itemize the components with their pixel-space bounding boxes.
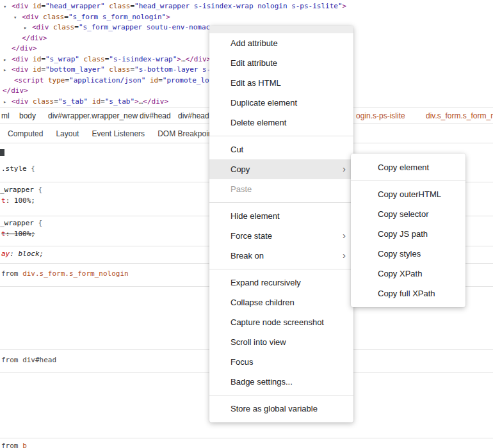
tab-event-listeners[interactable]: Event Listeners [85,124,151,143]
token-tag: </div> [12,44,37,52]
token-prop: t [1,230,6,238]
breadcrumb-item-div-head[interactable]: div#head [178,111,209,120]
style-row[interactable]: _wrapper { [0,219,42,228]
token-brace: { [34,219,42,227]
token-sel: .style [1,164,27,173]
token-attr: class [39,13,65,21]
menu-item-copy-selector[interactable]: Copy selector [351,204,465,224]
token-brace: { [27,164,35,173]
token-tag: </div> [22,34,47,42]
token-brace: { [34,186,42,194]
token-ell: … [181,55,186,63]
menu-item-expand-recursively[interactable]: Expand recursively [209,273,353,292]
token-val: "s_form_wrapper soutu-env-nomac [79,23,210,31]
menu-item-label: Edit attribute [230,58,277,68]
token-val: "s_tab" [105,97,134,106]
token-prop: ay [1,250,10,258]
menu-item-copy-xpath[interactable]: Copy XPath [351,264,465,284]
twisty-expanded-icon[interactable]: ▾ [13,12,17,23]
menu-item-hide-element[interactable]: Hide element [209,206,353,226]
token-link: div.s_form.s_form_nologin [22,269,129,278]
token-value: : block; [10,250,44,258]
style-row[interactable]: from div.s_form.s_form_nologin [1,269,129,278]
token-tag: </div> [186,55,211,63]
token-link2: div#head [22,356,56,364]
style-row[interactable]: _wrapper { [0,186,42,195]
menu-item-label: Copy full XPath [378,289,435,298]
menu-item-label: Cut [230,145,243,154]
tab-layout[interactable]: Layout [49,124,85,143]
style-row[interactable]: t: 100%; [1,230,35,239]
token-plain: = [158,76,163,84]
twisty-collapsed-icon[interactable]: ▸ [3,54,6,65]
menu-item-add-attribute[interactable]: Add attribute [209,33,353,53]
menu-separator [209,136,353,136]
menu-item-edit-attribute[interactable]: Edit attribute [209,53,353,73]
token-plain: = [101,97,105,106]
menu-item-label: Copy outerHTML [378,189,441,199]
style-row[interactable]: .style { [1,164,35,173]
style-row[interactable]: from b [1,442,27,448]
token-plain: = [54,97,58,106]
twisty-collapsed-icon[interactable]: ▸ [3,97,6,108]
menu-item-delete-element[interactable]: Delete element [209,113,353,132]
breadcrumb-item-div-wrapper-wrapper-new[interactable]: div#wrapper.wrapper_new [48,111,138,120]
menu-item-label: Copy JS path [378,229,428,239]
menu-item-copy-outerhtml[interactable]: Copy outerHTML [351,184,465,204]
menu-item-capture-node-screenshot[interactable]: Capture node screenshot [209,312,353,332]
submenu-chevron-icon: › [343,246,346,265]
breadcrumb-item-body[interactable]: body [19,111,36,120]
menu-item-label: Store as global variable [230,404,318,413]
menu-item-scroll-into-view[interactable]: Scroll into view [209,332,353,352]
style-row[interactable]: ay: block; [1,250,44,259]
menu-item-break-on[interactable]: Break on› [209,246,353,266]
menu-item-force-state[interactable]: Force state› [209,226,353,246]
token-val: "head_wrapper" [45,2,105,10]
token-prop: t [1,196,6,205]
menu-item-badge-settings[interactable]: Badge settings... [209,372,353,392]
token-tag: > [166,13,170,21]
breadcrumb-item-div-head[interactable]: div#head [140,111,171,120]
menu-item-store-as-global-variable[interactable]: Store as global variable [209,399,353,419]
breadcrumb-item-ogin-s-ps-islite[interactable]: ogin.s-ps-islite [356,111,405,120]
menu-item-copy-element[interactable]: Copy element [351,157,465,177]
menu-item-label: Capture node screenshot [230,317,324,327]
token-tag: > [177,55,181,63]
menu-item-label: Expand recursively [230,278,301,287]
tab-computed[interactable]: Computed [1,124,49,143]
menu-item-copy[interactable]: Copy› [209,159,353,179]
style-row[interactable]: t: 100%; [1,196,35,205]
token-value: : 100%; [6,196,35,205]
menu-item-paste[interactable]: Paste [209,179,353,199]
token-attr: class [49,23,75,31]
token-link: b [22,442,27,448]
token-tag: <div [22,13,39,21]
token-tag: <div [12,65,29,74]
token-attr: class [105,65,131,74]
twisty-expanded-icon[interactable]: ▾ [3,1,6,12]
menu-item-label: Break on [230,251,264,260]
menu-item-copy-js-path[interactable]: Copy JS path [351,224,465,244]
menu-item-copy-full-xpath[interactable]: Copy full XPath [351,284,465,303]
menu-item-label: Force state [230,231,272,241]
menu-item-label: Copy selector [378,209,428,219]
token-tag: <script [14,76,44,84]
token-attr: id [29,55,42,63]
style-row[interactable]: from div#head [1,356,56,365]
dom-tree-line[interactable]: ▾<div class="s_form s_form_nologin"> [0,12,493,23]
twisty-collapsed-icon[interactable]: ▸ [3,65,6,76]
dom-tree-line[interactable]: ▾<div id="head_wrapper" class="head_wrap… [0,1,493,12]
menu-item-duplicate-element[interactable]: Duplicate element [209,93,353,113]
menu-separator [209,269,353,269]
menu-item-copy-styles[interactable]: Copy styles [351,244,465,264]
twisty-collapsed-icon[interactable]: ▸ [24,22,27,33]
breadcrumb-item-ml[interactable]: ml [1,111,10,120]
clipped-menu-item [209,26,353,33]
token-tag: > [343,2,347,10]
menu-item-edit-as-html[interactable]: Edit as HTML [209,73,353,93]
token-sel: _wrapper [0,219,34,227]
menu-item-cut[interactable]: Cut [209,140,353,159]
menu-item-collapse-children[interactable]: Collapse children [209,292,353,312]
breadcrumb-item-div-s-form-s-form-nolog[interactable]: div.s_form.s_form_nolog [426,111,493,120]
menu-item-focus[interactable]: Focus [209,352,353,372]
